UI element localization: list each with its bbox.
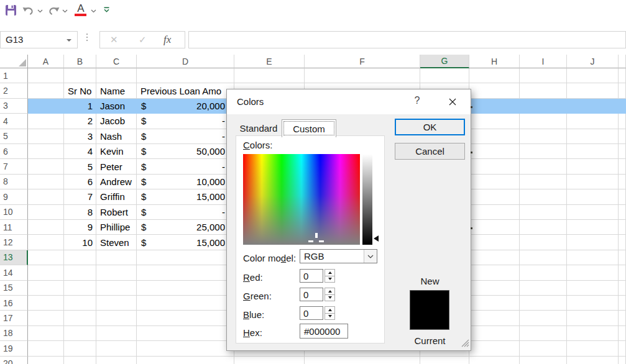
cell-I12[interactable] bbox=[520, 235, 567, 250]
cell-J6[interactable] bbox=[567, 144, 619, 159]
cell-J9[interactable] bbox=[567, 189, 619, 204]
column-header-H[interactable]: H bbox=[469, 55, 520, 68]
row-header-12[interactable]: 12 bbox=[0, 235, 28, 250]
green-spin-up[interactable] bbox=[325, 288, 334, 295]
row-header-7[interactable]: 7 bbox=[0, 159, 28, 174]
cell-K20[interactable] bbox=[619, 357, 626, 364]
cell-A5[interactable] bbox=[28, 129, 64, 144]
color-model-dropdown[interactable] bbox=[364, 250, 377, 263]
cell-J10[interactable] bbox=[567, 205, 619, 220]
cell-D5[interactable]: $- bbox=[137, 129, 234, 144]
row-header-5[interactable]: 5 bbox=[0, 129, 28, 144]
row-header-4[interactable]: 4 bbox=[0, 114, 28, 129]
cell-D19[interactable] bbox=[137, 341, 234, 356]
cell-B13[interactable] bbox=[64, 250, 96, 265]
cell-C17[interactable] bbox=[96, 311, 137, 325]
cell-A14[interactable] bbox=[28, 265, 64, 280]
cell-D9[interactable]: $15,000 bbox=[137, 189, 234, 204]
cell-D1[interactable] bbox=[137, 68, 234, 83]
row-header-8[interactable]: 8 bbox=[0, 175, 28, 189]
cell-B12[interactable]: 10 bbox=[64, 235, 96, 250]
cell-B9[interactable]: 7 bbox=[64, 189, 96, 204]
cell-E1[interactable] bbox=[234, 68, 305, 83]
cell-K18[interactable] bbox=[619, 326, 626, 341]
cell-C15[interactable] bbox=[96, 281, 137, 296]
cell-G1[interactable] bbox=[420, 68, 469, 83]
cell-A11[interactable] bbox=[28, 220, 64, 235]
cell-K9[interactable] bbox=[619, 189, 626, 204]
cell-A9[interactable] bbox=[28, 189, 64, 204]
cell-J4[interactable] bbox=[567, 114, 619, 129]
cell-D15[interactable] bbox=[137, 281, 234, 296]
tab-custom[interactable]: Custom bbox=[282, 119, 336, 137]
gradient-marker-icon[interactable] bbox=[319, 240, 324, 242]
red-spin-down[interactable] bbox=[325, 276, 334, 283]
cell-F20[interactable] bbox=[305, 357, 420, 364]
cell-D4[interactable]: $- bbox=[137, 114, 234, 129]
cell-A1[interactable] bbox=[28, 68, 64, 83]
cell-I3[interactable] bbox=[520, 99, 567, 114]
cell-I5[interactable] bbox=[520, 129, 567, 144]
cell-C18[interactable] bbox=[96, 326, 137, 341]
cell-H17[interactable] bbox=[469, 311, 520, 325]
cell-I9[interactable] bbox=[520, 189, 567, 204]
cell-I11[interactable] bbox=[520, 220, 567, 235]
cell-B8[interactable]: 6 bbox=[64, 175, 96, 189]
cell-H13[interactable] bbox=[469, 250, 520, 265]
dialog-titlebar[interactable]: Colors ? bbox=[227, 89, 471, 114]
cell-D2[interactable]: Previous Loan Amo bbox=[137, 83, 234, 98]
hex-input[interactable]: #000000 bbox=[300, 324, 348, 339]
cell-J2[interactable] bbox=[567, 83, 619, 98]
cell-H1[interactable] bbox=[469, 68, 520, 83]
cell-B19[interactable] bbox=[64, 341, 96, 356]
cell-I7[interactable] bbox=[520, 159, 567, 174]
cell-B16[interactable] bbox=[64, 296, 96, 311]
cell-H19[interactable] bbox=[469, 341, 520, 356]
cell-C1[interactable] bbox=[96, 68, 137, 83]
cell-K15[interactable] bbox=[619, 281, 626, 296]
column-header-G[interactable]: G bbox=[420, 55, 469, 68]
cell-I19[interactable] bbox=[520, 341, 567, 356]
cell-B18[interactable] bbox=[64, 326, 96, 341]
cell-H6[interactable] bbox=[469, 144, 520, 159]
cell-H18[interactable] bbox=[469, 326, 520, 341]
cell-K11[interactable] bbox=[619, 220, 626, 235]
cell-H9[interactable] bbox=[469, 189, 520, 204]
cell-J12[interactable] bbox=[567, 235, 619, 250]
help-button[interactable]: ? bbox=[410, 95, 424, 106]
cell-D17[interactable] bbox=[137, 311, 234, 325]
cell-A20[interactable] bbox=[28, 357, 64, 364]
cell-D6[interactable]: $50,000 bbox=[137, 144, 234, 159]
cell-H14[interactable] bbox=[469, 265, 520, 280]
cell-J1[interactable] bbox=[567, 68, 619, 83]
column-header-C[interactable]: C bbox=[96, 55, 137, 68]
green-spin-down[interactable] bbox=[325, 295, 334, 301]
color-model-select[interactable]: RGB bbox=[300, 249, 377, 263]
red-input[interactable]: 0 bbox=[300, 269, 323, 283]
cell-B11[interactable]: 9 bbox=[64, 220, 96, 235]
cell-B7[interactable]: 5 bbox=[64, 159, 96, 174]
close-button[interactable] bbox=[443, 94, 462, 109]
cell-K5[interactable] bbox=[619, 129, 626, 144]
cell-B14[interactable] bbox=[64, 265, 96, 280]
row-header-6[interactable]: 6 bbox=[0, 144, 28, 159]
cell-A4[interactable] bbox=[28, 114, 64, 129]
cell-H5[interactable] bbox=[469, 129, 520, 144]
cell-C5[interactable]: Nash bbox=[96, 129, 137, 144]
cell-B5[interactable]: 3 bbox=[64, 129, 96, 144]
luminance-slider-arrow[interactable] bbox=[374, 235, 379, 242]
cell-B15[interactable] bbox=[64, 281, 96, 296]
column-header-E[interactable]: E bbox=[234, 55, 305, 68]
cell-A16[interactable] bbox=[28, 296, 64, 311]
cell-I6[interactable] bbox=[520, 144, 567, 159]
cell-B2[interactable]: Sr No bbox=[64, 83, 96, 98]
cell-J15[interactable] bbox=[567, 281, 619, 296]
cell-I2[interactable] bbox=[520, 83, 567, 98]
cell-I17[interactable] bbox=[520, 311, 567, 325]
gradient-marker-icon[interactable] bbox=[315, 233, 318, 238]
cell-C10[interactable]: Robert bbox=[96, 205, 137, 220]
cell-B10[interactable]: 8 bbox=[64, 205, 96, 220]
cell-I16[interactable] bbox=[520, 296, 567, 311]
cell-J11[interactable] bbox=[567, 220, 619, 235]
cell-C12[interactable]: Steven bbox=[96, 235, 137, 250]
